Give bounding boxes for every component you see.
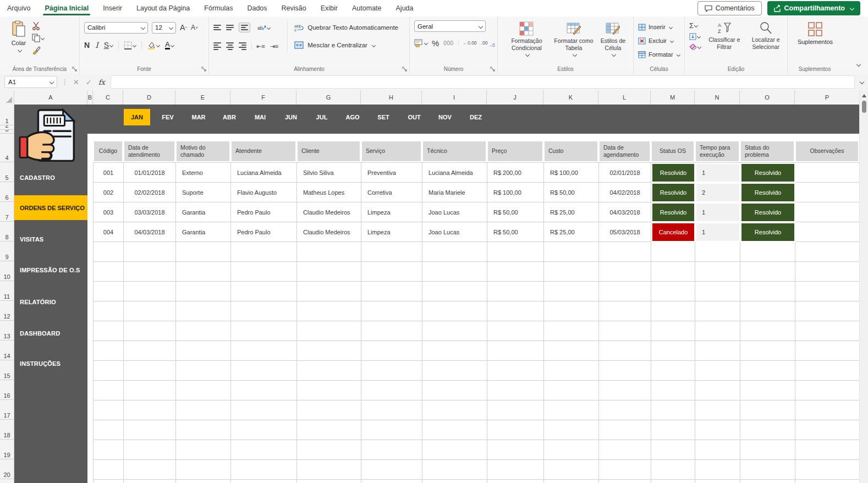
empty-cell[interactable] [94,282,124,301]
collapse-ribbon-button[interactable] [855,59,860,69]
empty-cell[interactable] [231,242,297,262]
empty-cell[interactable] [544,460,599,480]
comments-button[interactable]: Comentários [697,1,762,15]
column-header-M[interactable]: M [651,90,695,105]
align-right-icon[interactable] [239,42,246,50]
cell-tecnico[interactable]: Joao Lucas [422,222,487,242]
empty-cell[interactable] [651,301,695,321]
align-left-icon[interactable] [213,42,221,50]
month-tab-set[interactable]: SET [370,109,397,125]
cancel-icon[interactable]: ✕ [73,78,79,86]
cell-codigo[interactable]: 002 [94,183,124,202]
empty-cell[interactable] [487,242,544,262]
borders-button[interactable] [118,41,136,50]
scrollbar-thumb[interactable] [862,101,866,113]
cell-status-os[interactable]: Resolvido [651,202,695,222]
empty-cell[interactable] [740,361,795,381]
cell-atendente[interactable]: Pedro Paulo [231,202,297,222]
empty-cell[interactable] [297,420,361,440]
empty-cell[interactable] [422,480,487,483]
empty-cell[interactable] [599,282,651,301]
empty-cell[interactable] [94,242,124,262]
table-header-servico[interactable]: Serviço [361,140,422,162]
row-header-13[interactable]: 13 [0,321,14,341]
table-header-custo[interactable]: Custo [543,140,598,162]
month-tab-mar[interactable]: MAR [185,109,212,125]
addins-button[interactable]: Suplementos [792,20,838,46]
empty-cell[interactable] [361,361,422,381]
cell-atendente[interactable]: Pedro Paulo [231,222,297,242]
empty-cell[interactable] [361,301,422,321]
expand-formula-bar-icon[interactable] [860,80,864,84]
month-tab-ago[interactable]: AGO [339,109,366,125]
empty-cell[interactable] [176,262,231,282]
empty-cell[interactable] [297,440,361,460]
empty-cell[interactable] [94,321,124,341]
empty-cell[interactable] [422,361,487,381]
merge-center-button[interactable]: Mesclar e Centralizar [294,38,398,52]
underline-button[interactable]: S [104,41,113,50]
empty-cell[interactable] [176,282,231,301]
empty-cell[interactable] [544,301,599,321]
empty-cell[interactable] [544,242,599,262]
empty-cell[interactable] [176,420,231,440]
empty-cell[interactable] [487,480,544,483]
empty-cell[interactable] [297,381,361,400]
cell-codigo[interactable]: 004 [94,222,124,242]
table-header-data-atendimento[interactable]: Data de atendimento [123,140,175,162]
cell-observacoes[interactable] [795,202,859,222]
cell-tecnico[interactable]: Maria Mariele [422,183,487,202]
empty-cell[interactable] [94,381,124,400]
cell-custo[interactable]: R$ 25,00 [544,222,599,242]
empty-cell[interactable] [695,440,740,460]
cell-data-atendimento[interactable]: 02/02/2018 [124,183,176,202]
empty-cell[interactable] [740,400,795,420]
empty-cell[interactable] [361,341,422,361]
table-header-tecnico[interactable]: Técnico [422,140,487,162]
sidebar-item-visitas[interactable]: VISITAS [20,236,85,243]
empty-cell[interactable] [94,480,124,483]
empty-cell[interactable] [231,321,297,341]
decrease-decimal-button[interactable]: .00→0 [481,38,495,48]
cell-data-agendamento[interactable]: 02/01/2018 [599,163,651,183]
empty-cell[interactable] [176,242,231,262]
empty-cell[interactable] [176,381,231,400]
empty-cell[interactable] [599,341,651,361]
empty-cell[interactable] [651,262,695,282]
cell-status-problema[interactable]: Resolvido [740,183,795,202]
empty-cell[interactable] [487,460,544,480]
cell-custo[interactable]: R$ 100,00 [544,163,599,183]
dialog-launcher-icon[interactable] [72,67,77,72]
empty-cell[interactable] [599,400,651,420]
empty-cell[interactable] [176,440,231,460]
decrease-font-button[interactable]: A˅ [191,24,198,31]
menu-dados[interactable]: Dados [240,0,274,17]
cell-atendente[interactable]: Luciana Almeida [231,163,297,183]
enter-icon[interactable]: ✓ [86,78,92,86]
menu-exibir[interactable]: Exibir [314,0,345,17]
empty-cell[interactable] [231,480,297,483]
cell-cliente[interactable]: Silvio Siliva [297,163,361,183]
empty-cell[interactable] [361,440,422,460]
row-header-20[interactable]: 20 [0,459,14,479]
cell-data-atendimento[interactable]: 01/01/2018 [124,163,176,183]
empty-cell[interactable] [124,420,176,440]
empty-cell[interactable] [695,321,740,341]
cell-servico[interactable]: Corretiva [361,183,422,202]
cell-servico[interactable]: Preventiva [361,163,422,183]
empty-cell[interactable] [487,282,544,301]
format-cells-button[interactable]: Formatar [638,49,681,60]
cell-codigo[interactable]: 001 [94,163,124,183]
cell-status-problema[interactable]: Resolvido [740,163,795,183]
empty-cell[interactable] [599,361,651,381]
row-header-14[interactable]: 14 [0,341,14,360]
row-header-10[interactable]: 10 [0,261,14,281]
empty-cell[interactable] [297,262,361,282]
scroll-up-icon[interactable] [862,94,866,97]
sidebar-item-impressao-de-os[interactable]: IMPRESSÃO DE O.S [20,267,85,273]
cut-icon[interactable] [32,21,41,30]
empty-cell[interactable] [795,480,859,483]
empty-cell[interactable] [651,400,695,420]
empty-cell[interactable] [124,361,176,381]
empty-cell[interactable] [231,460,297,480]
